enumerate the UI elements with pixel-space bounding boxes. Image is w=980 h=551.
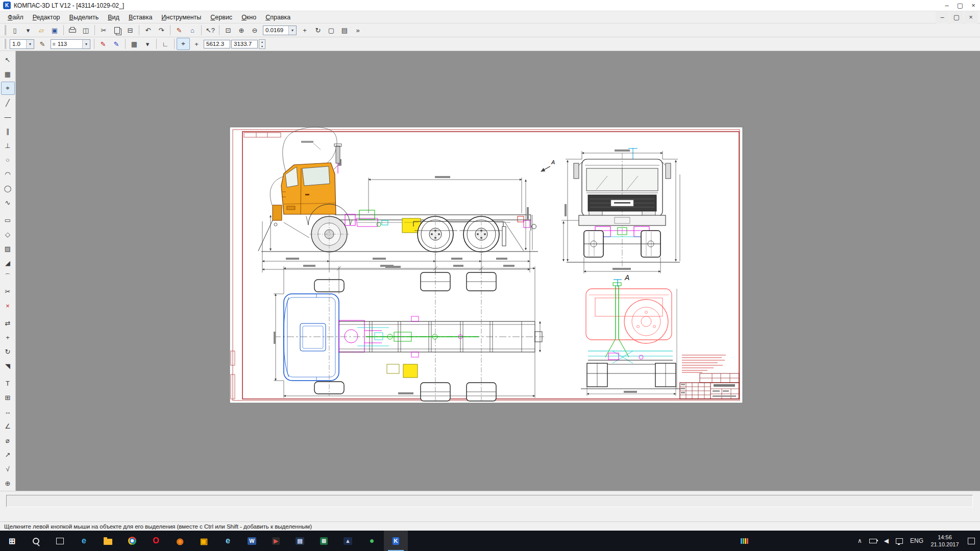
page-view-button[interactable]: ▤ <box>338 24 351 36</box>
tool-trim[interactable]: ✂ <box>1 285 15 298</box>
tool-fillet[interactable]: ⌒ <box>1 270 15 284</box>
tool-chamfer[interactable]: ◢ <box>1 256 15 269</box>
coordinate-spinner[interactable]: ▴ ▾ <box>259 39 265 49</box>
tool-rotate[interactable]: ↻ <box>1 345 15 358</box>
preview-button[interactable]: ◫ <box>79 24 92 36</box>
zoom-combo-arrow[interactable]: ▾ <box>288 26 296 35</box>
tool-roughness[interactable]: √ <box>1 462 15 475</box>
tool-text[interactable]: Т <box>1 377 15 390</box>
copy-button[interactable] <box>110 24 124 36</box>
edge-icon[interactable]: e <box>72 531 96 551</box>
restore-button[interactable]: ▢ <box>953 0 967 12</box>
menu-insert[interactable]: Вставка <box>124 12 157 22</box>
layer-combo[interactable]: ≡ 113 ▾ <box>51 39 90 49</box>
tool-polygon[interactable]: ◇ <box>1 228 15 241</box>
new-document-dropdown[interactable]: ▾ <box>21 24 35 36</box>
drawing-canvas[interactable]: А <box>16 51 980 491</box>
properties-button[interactable]: ✎ <box>173 24 186 36</box>
zoom-out-button[interactable]: ⊖ <box>248 24 261 36</box>
layer-combo-arrow[interactable]: ▾ <box>82 40 90 48</box>
menu-file[interactable]: Файл <box>3 12 28 22</box>
open-button[interactable]: ▱ <box>35 24 48 36</box>
document-app-icon[interactable]: ▤ <box>288 531 312 551</box>
line-weight-combo[interactable]: 1.0 ▾ <box>10 39 34 49</box>
paste-button[interactable]: ⊟ <box>124 24 137 36</box>
language-indicator[interactable]: ENG <box>906 531 927 551</box>
tool-select[interactable]: ↖ <box>1 53 15 66</box>
library-manager-button[interactable]: ⌂ <box>186 24 199 36</box>
minimize-button[interactable]: – <box>940 0 953 12</box>
volume-icon[interactable]: ◀ <box>880 531 892 551</box>
zoom-combo[interactable]: 0.0169 ▾ <box>263 26 297 35</box>
blue-pen-button[interactable]: ✎ <box>110 38 123 50</box>
kompas-icon[interactable]: K <box>384 531 408 551</box>
file-explorer-icon[interactable] <box>96 531 120 551</box>
network-icon[interactable] <box>892 531 906 551</box>
menu-service[interactable]: Сервис <box>206 12 237 22</box>
mdi-minimize-button[interactable]: – <box>936 11 949 23</box>
menu-window[interactable]: Окно <box>237 12 261 22</box>
tool-move[interactable]: + <box>1 331 15 344</box>
tool-parallel[interactable]: ∥ <box>1 124 15 138</box>
photos-icon[interactable]: ▲ <box>336 531 360 551</box>
tool-grid[interactable]: ▦ <box>1 67 15 81</box>
refresh-button[interactable]: ↻ <box>311 24 325 36</box>
zoom-in-button[interactable]: ⊕ <box>235 24 248 36</box>
internet-explorer-icon[interactable]: e <box>216 531 240 551</box>
line-weight-combo-arrow[interactable]: ▾ <box>26 40 34 48</box>
toolbar-grip-2[interactable] <box>4 39 6 49</box>
style-brush-button[interactable]: ✎ <box>36 38 49 50</box>
grid-toggle-button[interactable]: ▦ <box>128 38 141 50</box>
tool-delete[interactable]: × <box>1 299 15 312</box>
tool-dim-angular[interactable]: ∠ <box>1 419 15 433</box>
tool-dim-diameter[interactable]: ⌀ <box>1 434 15 447</box>
print-button[interactable] <box>66 24 79 36</box>
opera-icon[interactable]: O <box>144 531 168 551</box>
spreadsheet-icon[interactable]: ⊞ <box>312 531 336 551</box>
action-center-button[interactable] <box>963 531 980 551</box>
chrome-icon[interactable] <box>120 531 144 551</box>
red-pen-button[interactable]: ✎ <box>96 38 110 50</box>
spin-down-icon[interactable]: ▾ <box>259 44 265 48</box>
tool-segment[interactable]: — <box>1 110 15 123</box>
tool-perpendicular[interactable]: ⊥ <box>1 139 15 152</box>
tool-table[interactable]: ⊞ <box>1 391 15 404</box>
save-button[interactable]: ▣ <box>48 24 61 36</box>
app-icon[interactable]: K <box>3 2 11 9</box>
tool-mirror[interactable]: ⇄ <box>1 316 15 330</box>
mdi-restore-button[interactable]: ▢ <box>950 11 963 23</box>
taskbar-clock[interactable]: 14:56 21.10.2017 <box>927 534 963 548</box>
tool-hatch[interactable]: ▨ <box>1 242 15 255</box>
tool-circle[interactable]: ○ <box>1 153 15 166</box>
tool-arc[interactable]: ◠ <box>1 167 15 181</box>
mdi-close-button[interactable]: × <box>964 11 977 23</box>
zoom-window-button[interactable]: ⊡ <box>222 24 235 36</box>
media-app-icon[interactable]: ▶ <box>264 531 288 551</box>
word-icon[interactable]: W <box>240 531 264 551</box>
hidden-icons-chevron[interactable]: ∧ <box>854 531 866 551</box>
coordinate-y-field[interactable]: 3133.7 <box>231 40 258 48</box>
tool-spline[interactable]: ∿ <box>1 196 15 209</box>
app-orange-icon[interactable]: ▣ <box>192 531 216 551</box>
menu-select[interactable]: Выделить <box>65 12 104 22</box>
coordinate-x-field[interactable]: 5612.3 <box>204 40 230 48</box>
menu-tools[interactable]: Инструменты <box>157 12 206 22</box>
pan-button[interactable]: + <box>298 24 311 36</box>
tool-leader[interactable]: ↗ <box>1 448 15 461</box>
menu-help[interactable]: Справка <box>261 12 295 22</box>
toolbar-overflow-chevron[interactable]: » <box>351 24 364 36</box>
tool-scale[interactable]: ◥ <box>1 359 15 372</box>
tray-chart-icon[interactable] <box>737 531 752 551</box>
tool-point[interactable]: ⌖ <box>1 82 15 95</box>
menu-view[interactable]: Вид <box>103 12 124 22</box>
toolbar-grip[interactable] <box>4 25 6 35</box>
new-document-button[interactable]: ▯ <box>8 24 21 36</box>
tool-dim-linear[interactable]: ↔ <box>1 405 15 418</box>
redo-button[interactable]: ↷ <box>155 24 168 36</box>
menu-editor[interactable]: Редактор <box>28 12 65 22</box>
firefox-icon[interactable]: ◉ <box>168 531 192 551</box>
green-app-icon[interactable]: ● <box>360 531 384 551</box>
start-button[interactable]: ⊞ <box>0 531 24 551</box>
cut-button[interactable]: ✂ <box>97 24 110 36</box>
grid-dropdown[interactable]: ▾ <box>141 38 154 50</box>
